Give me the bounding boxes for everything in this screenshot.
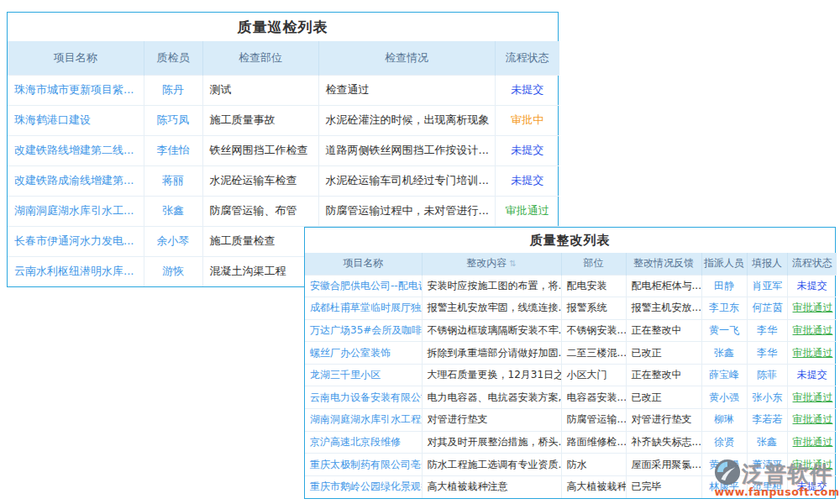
cell-project-name[interactable]: 重庆太极制药有限公司亳州中... [305, 454, 422, 476]
cell-inspect-situation: 防腐管运输过程中，未对管进行... [318, 196, 495, 226]
cell-part: 二至三楼混... [561, 342, 626, 365]
cell-assignee[interactable]: 薛宝峰 [701, 364, 747, 386]
cell-project-name[interactable]: 云南水利枢纽潜明水库... [8, 256, 144, 286]
cell-inspector[interactable]: 陈丹 [144, 75, 202, 105]
cell-inspect-part: 测试 [202, 75, 318, 105]
sort-icon[interactable]: ⇅ [509, 259, 516, 268]
cell-reporter[interactable]: 陈菲 [747, 364, 787, 386]
cell-workflow-status[interactable]: 未提交 [787, 475, 837, 498]
cell-rectify-feedback: 已改正 [626, 342, 701, 365]
col-header-label: 整改情况反馈 [633, 257, 694, 269]
cell-project-name[interactable]: 湖南洞庭湖水库引水工程施工标 [305, 409, 422, 432]
cell-reporter[interactable]: 张小东 [747, 386, 787, 409]
cell-part: 防水 [561, 454, 626, 476]
cell-workflow-status[interactable]: 未提交 [787, 364, 837, 386]
cell-project-name[interactable]: 重庆市鹅岭公园绿化景观提升... [305, 475, 422, 498]
cell-workflow-status[interactable]: 未提交 [495, 75, 559, 105]
cell-assignee[interactable]: 黄小强 [701, 386, 747, 409]
cell-workflow-status[interactable]: 审批中 [495, 105, 559, 135]
cell-reporter[interactable]: 董清平 [747, 454, 787, 476]
cell-inspect-part: 铁丝网围挡工作检查 [202, 135, 318, 165]
col-header-reporter: 填报人 [747, 253, 787, 275]
cell-project-name[interactable]: 长春市伊通河水力发电... [8, 226, 144, 256]
col-header-label: 项目名称 [54, 51, 97, 64]
cell-inspector[interactable]: 张鑫 [144, 196, 202, 226]
cell-assignee[interactable]: 张鑫 [701, 342, 747, 365]
table-row: 珠海鹤港口建设陈巧凤施工质量事故水泥砼灌注的时候，出现离析现象审批中 [8, 105, 559, 135]
cell-assignee[interactable]: 林康平 [701, 475, 747, 498]
cell-inspector[interactable]: 蒋丽 [144, 165, 202, 196]
cell-part: 电容器安装... [561, 386, 626, 409]
cell-inspector[interactable]: 游恢 [144, 256, 202, 286]
cell-assignee[interactable]: 田静 [701, 275, 747, 297]
cell-inspector[interactable]: 陈巧凤 [144, 105, 202, 135]
cell-reporter[interactable]: 张鑫 [747, 431, 787, 454]
table-row: 重庆市鹅岭公园绿化景观提升...高大植被栽种注意高大植被栽种已完毕林康平范里桓未… [305, 475, 837, 498]
cell-assignee[interactable]: 黄小强 [701, 454, 747, 476]
cell-workflow-status[interactable]: 审批通过 [787, 431, 837, 454]
cell-project-name[interactable]: 珠海市城市更新项目紫... [8, 75, 144, 105]
col-header-rectify-content[interactable]: 整改内容⇅ [422, 253, 561, 275]
col-header-inspect-situation: 检查情况 [318, 41, 495, 75]
cell-workflow-status[interactable]: 审批通过 [787, 342, 837, 365]
cell-project-name[interactable]: 改建铁路线增建第二线... [8, 135, 144, 165]
col-header-label: 整改内容 [466, 257, 507, 269]
col-header-label: 部位 [584, 257, 604, 269]
col-header-label: 质检员 [157, 51, 190, 64]
cell-workflow-status[interactable]: 审批通过 [787, 297, 837, 320]
rectification-table-title: 质量整改列表 [305, 228, 835, 253]
cell-assignee[interactable]: 徐贤 [701, 431, 747, 454]
cell-project-name[interactable]: 万达广场35#会所及咖啡厅空... [305, 319, 422, 342]
cell-part: 路面维修检... [561, 431, 626, 454]
cell-workflow-status[interactable]: 审批通过 [787, 386, 837, 409]
cell-inspect-situation: 水泥砼运输车司机经过专门培训... [318, 165, 495, 196]
cell-workflow-status[interactable]: 审批通过 [495, 196, 559, 226]
table-row: 万达广场35#会所及咖啡厅空...不锈钢边框玻璃隔断安装不牢...不锈钢安装..… [305, 319, 837, 342]
cell-inspector[interactable]: 李佳怡 [144, 135, 202, 165]
cell-project-name[interactable]: 龙湖三千里小区 [305, 364, 422, 386]
col-header-label: 流程状态 [506, 51, 549, 64]
col-header-label: 检查部位 [239, 51, 282, 64]
cell-assignee[interactable]: 黄一飞 [701, 319, 747, 342]
cell-project-name[interactable]: 成都杜甫草堂临时展厅独立展... [305, 297, 422, 320]
cell-workflow-status[interactable]: 未提交 [787, 275, 837, 297]
cell-workflow-status[interactable]: 审批通过 [787, 454, 837, 476]
cell-reporter[interactable]: 李华 [747, 319, 787, 342]
cell-project-name[interactable]: 珠海鹤港口建设 [8, 105, 144, 135]
cell-reporter[interactable]: 李华 [747, 342, 787, 365]
rectification-table-body: 安徽合肥供电公司--配电设备...安装时应按施工图的布置，将...配电安装配电柜… [305, 275, 837, 498]
cell-project-name[interactable]: 湖南洞庭湖水库引水工... [8, 196, 144, 226]
cell-assignee[interactable]: 柳琳 [701, 409, 747, 432]
table-row: 成都杜甫草堂临时展厅独立展...报警主机安放牢固，线缆连接...报警系统报警主机… [305, 297, 837, 320]
cell-project-name[interactable]: 云南电力设备安装有限公司20... [305, 386, 422, 409]
cell-workflow-status[interactable]: 审批通过 [787, 319, 837, 342]
cell-reporter[interactable]: 范里桓 [747, 475, 787, 498]
cell-reporter[interactable]: 李若若 [747, 409, 787, 432]
col-header-rectify-feedback: 整改情况反馈 [626, 253, 701, 275]
page: 质量巡检列表 项目名称质检员检查部位检查情况流程状态 珠海市城市更新项目紫...… [0, 0, 840, 504]
table-row: 云南电力设备安装有限公司20...电力电容器、电抗器安装方案,...电容器安装.… [305, 386, 837, 409]
cell-workflow-status[interactable]: 未提交 [495, 165, 559, 196]
cell-rectify-content: 报警主机安放牢固，线缆连接... [422, 297, 561, 320]
cell-project-name[interactable]: 改建铁路成渝线增建第... [8, 165, 144, 196]
cell-part: 高大植被栽种 [561, 475, 626, 498]
cell-project-name[interactable]: 安徽合肥供电公司--配电设备... [305, 275, 422, 297]
cell-workflow-status[interactable]: 审批通过 [787, 409, 837, 432]
cell-reporter[interactable]: 何芷茵 [747, 297, 787, 320]
col-header-label: 流程状态 [792, 257, 832, 269]
col-header-inspector: 质检员 [144, 41, 202, 75]
cell-project-name[interactable]: 京沪高速北京段维修 [305, 431, 422, 454]
cell-project-name[interactable]: 螺丝厂办公室装饰 [305, 342, 422, 365]
cell-inspector[interactable]: 余小琴 [144, 226, 202, 256]
cell-workflow-status[interactable]: 未提交 [495, 135, 559, 165]
cell-inspect-situation: 检查通过 [318, 75, 495, 105]
col-header-label: 项目名称 [343, 257, 383, 269]
cell-rectify-content: 对其及时开展整治措施，桥头... [422, 431, 561, 454]
cell-part: 不锈钢安装... [561, 319, 626, 342]
cell-reporter[interactable]: 肖亚军 [747, 275, 787, 297]
cell-rectify-feedback: 正在整改中 [626, 364, 701, 386]
col-header-workflow-status: 流程状态 [495, 41, 559, 75]
col-header-label: 填报人 [752, 257, 782, 269]
cell-assignee[interactable]: 李卫东 [701, 297, 747, 320]
cell-inspect-part: 混凝土沟渠工程 [202, 256, 318, 286]
